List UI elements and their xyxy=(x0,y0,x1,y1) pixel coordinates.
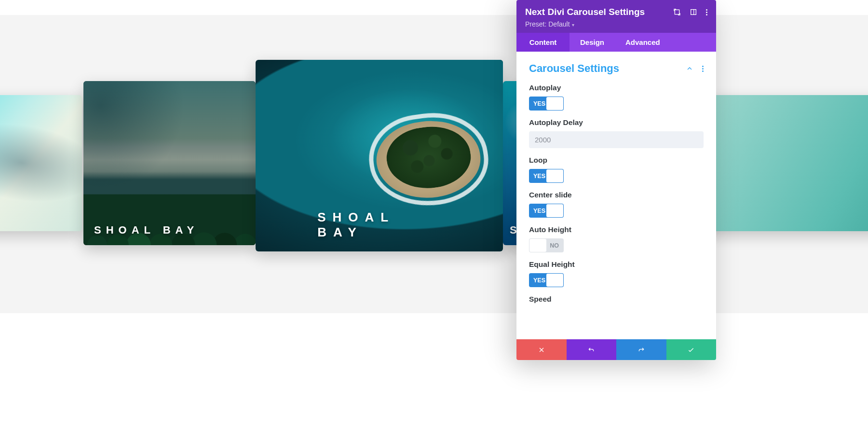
close-button[interactable] xyxy=(516,339,567,360)
undo-icon xyxy=(587,346,595,354)
center-slide-label: Center slide xyxy=(529,191,704,199)
tabs: Content Design Advanced xyxy=(516,33,716,52)
tab-design[interactable]: Design xyxy=(570,33,615,52)
tab-advanced[interactable]: Advanced xyxy=(615,33,671,52)
slide-caption: SHOAL BAY xyxy=(317,210,441,240)
autoplay-delay-label: Autoplay Delay xyxy=(529,118,704,127)
equal-height-label: Equal Height xyxy=(529,260,704,269)
undo-button[interactable] xyxy=(567,339,617,360)
carousel-slide: SHOAL BAY xyxy=(83,81,256,245)
save-button[interactable] xyxy=(666,339,717,360)
autoplay-toggle[interactable]: YES xyxy=(529,97,564,111)
equal-height-toggle[interactable]: YES xyxy=(529,273,564,287)
expand-icon[interactable] xyxy=(673,8,681,16)
redo-button[interactable] xyxy=(616,339,666,360)
svg-rect-0 xyxy=(675,10,679,14)
carousel-slide-center: SHOAL BAY xyxy=(256,60,503,251)
carousel-preview: SHOAL BAY SHOAL BAY SHOAL BAY SH xyxy=(0,15,868,313)
chevron-up-icon[interactable] xyxy=(686,65,693,72)
layout-icon[interactable] xyxy=(690,8,697,16)
kebab-icon[interactable] xyxy=(706,8,707,16)
slide-caption: SHOAL BAY xyxy=(94,224,199,236)
section-title: Carousel Settings xyxy=(529,62,619,75)
loop-label: Loop xyxy=(529,156,704,165)
check-icon xyxy=(687,346,695,354)
redo-icon xyxy=(637,346,645,354)
autoplay-delay-input[interactable] xyxy=(529,131,704,148)
panel-footer xyxy=(516,339,716,360)
speed-label: Speed xyxy=(529,295,704,304)
panel-header: Next Divi Carousel Settings Preset: Defa… xyxy=(516,0,716,33)
kebab-icon[interactable] xyxy=(702,65,704,73)
preset-select[interactable]: Preset: Default xyxy=(525,20,707,28)
center-slide-toggle[interactable]: YES xyxy=(529,204,564,218)
panel-title: Next Divi Carousel Settings xyxy=(525,7,645,17)
tab-content[interactable]: Content xyxy=(516,33,570,52)
loop-toggle[interactable]: YES xyxy=(529,169,564,183)
carousel-slide: SHOAL BAY xyxy=(0,95,82,231)
autoplay-label: Autoplay xyxy=(529,83,704,92)
auto-height-label: Auto Height xyxy=(529,225,704,234)
auto-height-toggle[interactable]: NO xyxy=(529,238,564,252)
close-icon xyxy=(538,346,545,354)
settings-panel: Next Divi Carousel Settings Preset: Defa… xyxy=(516,0,716,360)
